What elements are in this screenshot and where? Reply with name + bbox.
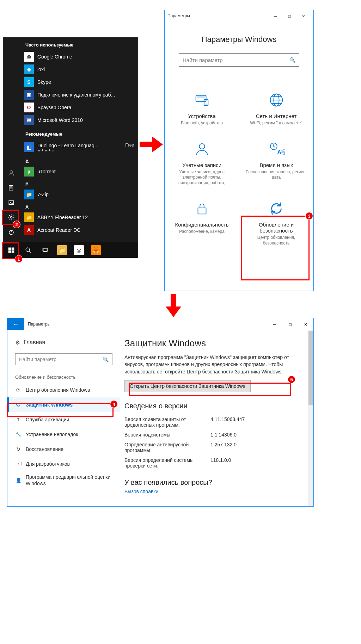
svg-point-0 <box>10 171 13 173</box>
recommended-header: Рекомендуемые <box>20 126 138 140</box>
documents-icon[interactable] <box>3 180 20 195</box>
minimize-button[interactable]: — <box>268 13 282 19</box>
search-icon: 🔍 <box>103 357 109 362</box>
taskbar-chrome-icon[interactable]: ◎ <box>71 242 87 258</box>
sidebar-section: Обновление и безопасность <box>7 365 120 383</box>
settings-search[interactable]: Найти параметр 🔍 <box>179 53 299 67</box>
help-link[interactable]: Вызов справки <box>124 489 158 494</box>
version-table: Версия клиента защиты от вредоносных про… <box>124 414 306 471</box>
back-button[interactable]: ← <box>7 318 24 330</box>
taskbar-explorer-icon[interactable]: 📁 <box>54 242 71 258</box>
badge-2: 2 <box>13 221 20 228</box>
maximize-button[interactable]: ☐ <box>282 318 298 330</box>
svg-point-20 <box>199 143 204 149</box>
defender-window: ← Параметры — ☐ ✕ ⚙ Главная Найти параме… <box>7 318 314 507</box>
defender-main: Защитник Windows Антивирусная программа … <box>120 330 313 506</box>
backup-icon: ↥ <box>15 417 22 422</box>
app-item[interactable]: 📁ABBYY FineReader 12 <box>20 211 138 224</box>
open-security-center-button[interactable]: Открыть Центр безопасности Защитника Win… <box>124 380 251 392</box>
badge-5: 5 <box>288 376 295 383</box>
app-item[interactable]: ◧ Duolingo - Learn Languag...Free ★★★★☆ <box>20 140 138 155</box>
search-icon: 🔍 <box>289 57 295 63</box>
settings-heading: Параметры Windows <box>165 35 313 44</box>
svg-text:A字: A字 <box>277 149 284 156</box>
svg-rect-23 <box>198 208 206 214</box>
defender-titlebar: ← Параметры — ☐ ✕ <box>7 318 313 330</box>
user-icon[interactable] <box>3 166 20 180</box>
search-placeholder: Найти параметр <box>183 57 289 63</box>
tile-timelang[interactable]: A字 Время и язык Распознавание голоса, ре… <box>239 137 313 197</box>
start-menu: ☰ Часто используемые ◎Google Chrome ◆jox… <box>3 37 138 258</box>
frequent-header: Часто используемые <box>20 37 138 50</box>
version-heading: Сведения о версии <box>124 402 306 410</box>
insider-icon: 👤 <box>15 478 22 483</box>
tile-privacy[interactable]: Конфиденциальность Расположение, камера <box>165 196 239 256</box>
scrollbar[interactable] <box>308 330 313 506</box>
defender-title: Параметры <box>24 318 267 330</box>
start-list: Часто используемые ◎Google Chrome ◆joxi … <box>20 37 138 242</box>
svg-point-16 <box>206 104 207 105</box>
app-item[interactable]: µµTorrent <box>20 165 138 178</box>
svg-rect-6 <box>8 248 11 250</box>
sidebar-item-insider[interactable]: 👤Программа предварительной оценки Window… <box>7 471 120 489</box>
settings-titlebar: Параметры — ☐ ✕ <box>165 10 313 21</box>
wrench-icon: 🔧 <box>15 432 22 437</box>
defender-sidebar: ⚙ Главная Найти параметр 🔍 Обновление и … <box>7 330 120 506</box>
taskbar-firefox-icon[interactable]: 🦊 <box>87 242 104 258</box>
tile-accounts[interactable]: Учетные записи Учетные записи, адрес эле… <box>165 137 239 197</box>
alpha-header[interactable]: A <box>20 201 138 211</box>
taskview-icon[interactable] <box>37 242 54 258</box>
app-item[interactable]: WMicrosoft Word 2010 <box>20 114 138 126</box>
sidebar-item-defender[interactable]: 🛡Защитник Windows <box>7 397 120 412</box>
svg-point-4 <box>11 217 12 218</box>
settings-window: Параметры — ☐ ✕ Параметры Windows Найти … <box>164 10 314 291</box>
search-taskbar-icon[interactable] <box>20 242 37 258</box>
settings-title: Параметры <box>167 13 268 18</box>
badge-1: 1 <box>15 255 23 263</box>
tile-devices[interactable]: Устройства Bluetooth, устройства <box>165 88 239 137</box>
pictures-icon[interactable] <box>3 195 20 210</box>
svg-rect-14 <box>196 95 206 101</box>
sidebar-item-developers[interactable]: 〈〉Для разработчиков <box>7 457 120 471</box>
recover-icon: ↻ <box>15 446 22 452</box>
dev-icon: 〈〉 <box>15 461 22 467</box>
svg-rect-8 <box>8 250 11 253</box>
taskbar: 📁 ◎ 🦊 <box>3 242 138 258</box>
sidebar-item-recovery[interactable]: ↻Восстановление <box>7 442 120 457</box>
app-item[interactable]: SSkype <box>20 76 138 88</box>
close-button[interactable]: ✕ <box>298 318 313 330</box>
app-item[interactable]: AAcrobat Reader DC <box>20 224 138 236</box>
sidebar-home[interactable]: ⚙ Главная <box>7 336 120 348</box>
page-heading: Защитник Windows <box>124 338 306 349</box>
app-item[interactable]: ◎Google Chrome <box>20 50 138 63</box>
minimize-button[interactable]: — <box>267 318 282 330</box>
gear-icon: ⚙ <box>15 339 20 346</box>
arrow-down-icon <box>166 294 181 318</box>
settings-tiles: Устройства Bluetooth, устройства Сеть и … <box>165 88 313 257</box>
maximize-button[interactable]: ☐ <box>282 13 296 19</box>
svg-rect-9 <box>12 250 14 253</box>
sidebar-item-update[interactable]: ⟳Центр обновления Windows <box>7 383 120 397</box>
app-item[interactable]: ▣Подключение к удаленному раб... <box>20 88 138 101</box>
arrow-right-icon <box>140 137 163 154</box>
defender-search[interactable]: Найти параметр 🔍 <box>15 353 112 365</box>
svg-rect-17 <box>197 97 204 97</box>
tile-update[interactable]: Обновление и безопасность Центр обновлен… <box>239 196 313 256</box>
app-item[interactable]: ◆joxi <box>20 63 138 76</box>
close-button[interactable]: ✕ <box>296 13 311 19</box>
sidebar-item-backup[interactable]: ↥Служба архивации <box>7 412 120 427</box>
alpha-header[interactable]: # <box>20 178 138 188</box>
svg-rect-11 <box>43 248 47 252</box>
app-item[interactable]: 📁7-Zip <box>20 188 138 201</box>
badge-4: 4 <box>110 400 118 408</box>
tile-network[interactable]: Сеть и Интернет Wi-Fi, режим " в самолет… <box>239 88 313 137</box>
questions-heading: У вас появились вопросы? <box>124 478 306 487</box>
rating-stars: ★★★★☆ <box>37 148 134 152</box>
alpha-header[interactable]: & <box>20 155 138 165</box>
app-item[interactable]: OБраузер Opera <box>20 101 138 114</box>
svg-rect-7 <box>12 248 14 250</box>
sidebar-item-troubleshoot[interactable]: 🔧Устранение неполадок <box>7 427 120 442</box>
sync-icon: ⟳ <box>15 387 22 393</box>
shield-icon: 🛡 <box>15 402 22 408</box>
svg-rect-25 <box>171 294 176 307</box>
